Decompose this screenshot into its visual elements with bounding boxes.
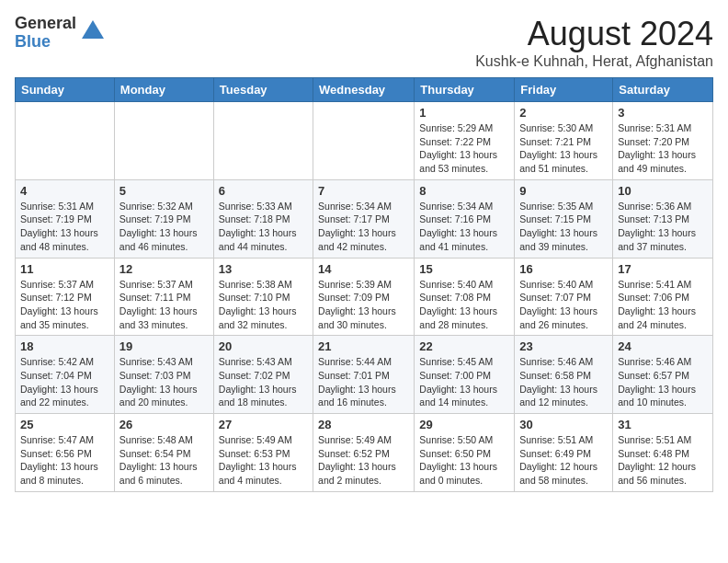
calendar-week-row: 18Sunrise: 5:42 AM Sunset: 7:04 PM Dayli… [16, 336, 713, 414]
day-number: 7 [318, 184, 409, 198]
calendar-table: SundayMondayTuesdayWednesdayThursdayFrid… [15, 77, 713, 492]
day-info: Sunrise: 5:39 AM Sunset: 7:09 PM Dayligh… [318, 278, 409, 332]
calendar-cell: 7Sunrise: 5:34 AM Sunset: 7:17 PM Daylig… [313, 179, 415, 258]
day-number: 24 [618, 339, 708, 353]
calendar-cell: 28Sunrise: 5:49 AM Sunset: 6:52 PM Dayli… [313, 414, 415, 492]
calendar-cell: 27Sunrise: 5:49 AM Sunset: 6:53 PM Dayli… [213, 414, 313, 492]
day-info: Sunrise: 5:47 AM Sunset: 6:56 PM Dayligh… [20, 433, 109, 488]
day-number: 21 [318, 339, 409, 353]
calendar-week-row: 1Sunrise: 5:29 AM Sunset: 7:22 PM Daylig… [16, 102, 713, 180]
calendar-week-row: 11Sunrise: 5:37 AM Sunset: 7:12 PM Dayli… [16, 258, 713, 336]
calendar-cell: 24Sunrise: 5:46 AM Sunset: 6:57 PM Dayli… [613, 336, 713, 414]
day-number: 3 [618, 106, 708, 120]
calendar-cell: 26Sunrise: 5:48 AM Sunset: 6:54 PM Dayli… [114, 414, 213, 492]
calendar-header-row: SundayMondayTuesdayWednesdayThursdayFrid… [16, 78, 713, 102]
day-number: 23 [519, 339, 608, 353]
day-number: 16 [519, 262, 608, 276]
day-info: Sunrise: 5:43 AM Sunset: 7:03 PM Dayligh… [119, 355, 209, 409]
day-number: 12 [119, 262, 209, 276]
day-number: 19 [119, 339, 209, 353]
calendar-cell: 29Sunrise: 5:50 AM Sunset: 6:50 PM Dayli… [415, 414, 515, 492]
day-info: Sunrise: 5:40 AM Sunset: 7:08 PM Dayligh… [419, 278, 509, 332]
calendar-cell: 4Sunrise: 5:31 AM Sunset: 7:19 PM Daylig… [16, 179, 115, 258]
calendar-cell: 25Sunrise: 5:47 AM Sunset: 6:56 PM Dayli… [16, 414, 115, 492]
calendar-day-header: Tuesday [213, 78, 313, 102]
day-info: Sunrise: 5:29 AM Sunset: 7:22 PM Dayligh… [419, 121, 509, 176]
day-info: Sunrise: 5:37 AM Sunset: 7:11 PM Dayligh… [119, 278, 209, 332]
day-info: Sunrise: 5:46 AM Sunset: 6:58 PM Dayligh… [519, 355, 608, 409]
day-info: Sunrise: 5:48 AM Sunset: 6:54 PM Dayligh… [119, 433, 209, 488]
day-info: Sunrise: 5:33 AM Sunset: 7:18 PM Dayligh… [219, 200, 308, 254]
day-number: 15 [419, 262, 509, 276]
day-number: 10 [618, 184, 708, 198]
calendar-cell: 21Sunrise: 5:44 AM Sunset: 7:01 PM Dayli… [313, 336, 415, 414]
calendar-cell [213, 102, 313, 180]
calendar-cell: 23Sunrise: 5:46 AM Sunset: 6:58 PM Dayli… [515, 336, 613, 414]
day-number: 17 [618, 262, 708, 276]
day-info: Sunrise: 5:31 AM Sunset: 7:19 PM Dayligh… [20, 200, 109, 254]
calendar-cell: 12Sunrise: 5:37 AM Sunset: 7:11 PM Dayli… [114, 258, 213, 336]
day-number: 30 [519, 418, 608, 431]
calendar-day-header: Wednesday [313, 78, 415, 102]
day-info: Sunrise: 5:44 AM Sunset: 7:01 PM Dayligh… [318, 355, 409, 409]
day-info: Sunrise: 5:43 AM Sunset: 7:02 PM Dayligh… [219, 355, 308, 409]
day-number: 27 [219, 418, 308, 431]
calendar-cell [114, 102, 213, 180]
day-info: Sunrise: 5:49 AM Sunset: 6:52 PM Dayligh… [318, 433, 409, 488]
day-number: 9 [519, 184, 608, 198]
day-number: 2 [519, 106, 608, 120]
day-number: 18 [20, 339, 109, 353]
day-info: Sunrise: 5:34 AM Sunset: 7:16 PM Dayligh… [419, 200, 509, 254]
title-block: August 2024 Kushk-e Kuhnah, Herat, Afgha… [475, 15, 713, 70]
calendar-cell: 17Sunrise: 5:41 AM Sunset: 7:06 PM Dayli… [613, 258, 713, 336]
calendar-day-header: Sunday [16, 78, 115, 102]
calendar-week-row: 4Sunrise: 5:31 AM Sunset: 7:19 PM Daylig… [16, 179, 713, 258]
calendar-cell: 19Sunrise: 5:43 AM Sunset: 7:03 PM Dayli… [114, 336, 213, 414]
logo-text: General Blue [15, 15, 76, 52]
day-info: Sunrise: 5:37 AM Sunset: 7:12 PM Dayligh… [20, 278, 109, 332]
calendar-cell: 1Sunrise: 5:29 AM Sunset: 7:22 PM Daylig… [415, 102, 515, 180]
logo-icon [80, 18, 106, 44]
day-number: 20 [219, 339, 308, 353]
day-number: 14 [318, 262, 409, 276]
calendar-cell: 2Sunrise: 5:30 AM Sunset: 7:21 PM Daylig… [515, 102, 613, 180]
day-number: 28 [318, 418, 409, 431]
day-info: Sunrise: 5:49 AM Sunset: 6:53 PM Dayligh… [219, 433, 308, 488]
calendar-cell: 8Sunrise: 5:34 AM Sunset: 7:16 PM Daylig… [415, 179, 515, 258]
calendar-cell: 20Sunrise: 5:43 AM Sunset: 7:02 PM Dayli… [213, 336, 313, 414]
day-info: Sunrise: 5:51 AM Sunset: 6:48 PM Dayligh… [618, 433, 708, 488]
day-number: 8 [419, 184, 509, 198]
day-number: 13 [219, 262, 308, 276]
svg-marker-0 [82, 20, 104, 39]
calendar-cell: 11Sunrise: 5:37 AM Sunset: 7:12 PM Dayli… [16, 258, 115, 336]
calendar-day-header: Thursday [415, 78, 515, 102]
logo-blue: Blue [15, 33, 76, 52]
day-number: 11 [20, 262, 109, 276]
day-number: 4 [20, 184, 109, 198]
calendar-cell: 15Sunrise: 5:40 AM Sunset: 7:08 PM Dayli… [415, 258, 515, 336]
calendar-week-row: 25Sunrise: 5:47 AM Sunset: 6:56 PM Dayli… [16, 414, 713, 492]
day-info: Sunrise: 5:51 AM Sunset: 6:49 PM Dayligh… [519, 433, 608, 488]
page-header: General Blue August 2024 Kushk-e Kuhnah,… [15, 15, 713, 70]
day-info: Sunrise: 5:35 AM Sunset: 7:15 PM Dayligh… [519, 200, 608, 254]
day-info: Sunrise: 5:42 AM Sunset: 7:04 PM Dayligh… [20, 355, 109, 409]
day-number: 6 [219, 184, 308, 198]
day-number: 26 [119, 418, 209, 431]
day-info: Sunrise: 5:31 AM Sunset: 7:20 PM Dayligh… [618, 121, 708, 176]
day-number: 31 [618, 418, 708, 431]
calendar-cell: 16Sunrise: 5:40 AM Sunset: 7:07 PM Dayli… [515, 258, 613, 336]
subtitle: Kushk-e Kuhnah, Herat, Afghanistan [475, 53, 713, 70]
day-number: 22 [419, 339, 509, 353]
calendar-cell: 18Sunrise: 5:42 AM Sunset: 7:04 PM Dayli… [16, 336, 115, 414]
calendar-day-header: Friday [515, 78, 613, 102]
day-info: Sunrise: 5:41 AM Sunset: 7:06 PM Dayligh… [618, 278, 708, 332]
calendar-cell: 13Sunrise: 5:38 AM Sunset: 7:10 PM Dayli… [213, 258, 313, 336]
day-info: Sunrise: 5:34 AM Sunset: 7:17 PM Dayligh… [318, 200, 409, 254]
logo: General Blue [15, 15, 106, 52]
calendar-day-header: Monday [114, 78, 213, 102]
calendar-day-header: Saturday [613, 78, 713, 102]
calendar-cell [313, 102, 415, 180]
day-info: Sunrise: 5:45 AM Sunset: 7:00 PM Dayligh… [419, 355, 509, 409]
calendar-cell: 6Sunrise: 5:33 AM Sunset: 7:18 PM Daylig… [213, 179, 313, 258]
day-number: 29 [419, 418, 509, 431]
